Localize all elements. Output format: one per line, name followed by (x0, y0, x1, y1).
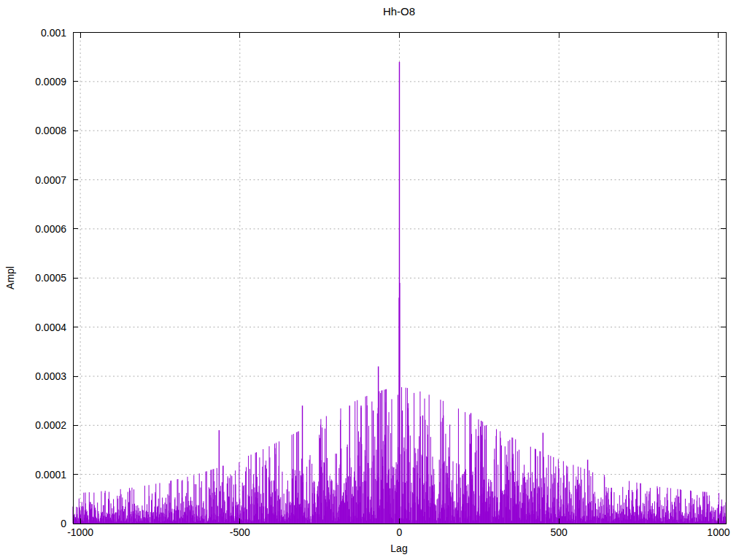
y-tick-label: 0.0006 (0, 223, 66, 235)
correlation-plot (0, 0, 747, 560)
y-tick-label: 0.0009 (0, 76, 66, 88)
y-tick-label: 0.001 (0, 27, 66, 39)
y-tick-label: 0.0005 (0, 272, 66, 284)
x-tick-label: -500 (230, 526, 250, 538)
x-tick-label: 500 (551, 526, 568, 538)
y-tick-label: 0.0004 (0, 322, 66, 333)
y-tick-label: 0.0007 (0, 174, 66, 186)
x-tick-label: 0 (397, 526, 403, 538)
y-tick-label: 0.0001 (0, 469, 66, 481)
chart-title: Hh-O8 (383, 5, 415, 18)
y-tick-label: 0.0003 (0, 370, 66, 382)
chart-figure: Hh-O8 Ampl Lag -1000-5000500100000.00010… (0, 0, 747, 560)
x-axis-title: Lag (390, 542, 407, 554)
y-tick-label: 0.0002 (0, 419, 66, 431)
x-tick-label: 1000 (707, 526, 729, 538)
x-tick-label: -1000 (67, 526, 93, 538)
y-tick-label: 0.0008 (0, 125, 66, 136)
y-tick-label: 0 (0, 518, 66, 529)
